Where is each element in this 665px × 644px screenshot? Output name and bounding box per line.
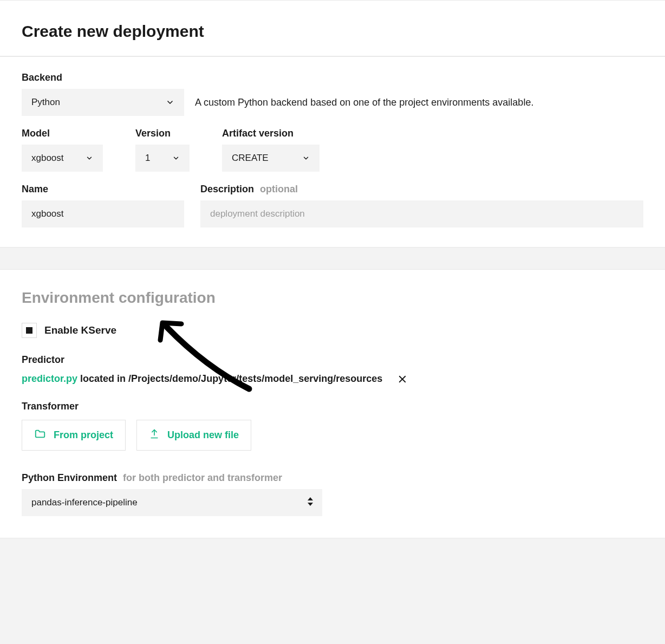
chevron-down-icon [302,154,310,162]
checkbox-mark-icon [26,327,32,334]
artifact-version-select[interactable]: CREATE [222,145,320,172]
from-project-button[interactable]: From project [22,420,126,451]
backend-value: Python [31,97,157,108]
transformer-label: Transformer [22,401,643,412]
environment-config-title: Environment configuration [22,289,643,307]
predictor-file-line: predictor.py located in /Projects/demo/J… [22,373,643,385]
python-env-select[interactable]: pandas-inference-pipeline [22,489,322,516]
deployment-form-panel: Backend Python A custom Python backend b… [0,56,665,248]
description-label: Description optional [200,184,643,195]
environment-config-panel: Environment configuration Enable KServe … [0,269,665,538]
enable-kserve-checkbox[interactable] [22,323,37,338]
model-label: Model [22,128,103,139]
python-env-helper-text: for both predictor and transformer [123,472,282,483]
header-panel: Create new deployment [0,0,665,56]
predictor-file-link[interactable]: predictor.py [22,373,77,384]
name-label: Name [22,184,184,195]
python-env-label: Python Environment for both predictor an… [22,472,643,484]
description-input[interactable] [200,200,643,227]
description-optional-text: optional [260,184,298,194]
page-title: Create new deployment [22,22,643,41]
enable-kserve-label: Enable KServe [44,324,116,336]
python-env-value: pandas-inference-pipeline [31,497,138,508]
folder-icon [34,428,46,443]
model-value: xgboost [31,153,77,164]
model-select[interactable]: xgboost [22,145,103,172]
from-project-label: From project [54,430,113,441]
description-label-text: Description [200,184,254,194]
upload-new-file-button[interactable]: Upload new file [136,420,251,451]
version-value: 1 [145,153,164,164]
predictor-located-text: located in [80,373,126,384]
version-label: Version [135,128,190,139]
backend-helper-text: A custom Python backend based on one of … [195,96,533,109]
chevron-down-icon [166,98,174,107]
artifact-version-label: Artifact version [222,128,320,139]
upload-new-file-label: Upload new file [167,430,239,441]
backend-select[interactable]: Python [22,89,184,116]
python-env-label-text: Python Environment [22,472,117,483]
upload-icon [149,428,160,442]
remove-predictor-button[interactable] [397,374,407,384]
chevron-down-icon [172,154,180,162]
predictor-label: Predictor [22,354,643,366]
artifact-version-value: CREATE [232,153,294,164]
predictor-path-text: /Projects/demo/Jupyter/tests/model_servi… [128,373,382,384]
name-input[interactable] [22,200,184,227]
backend-label: Backend [22,72,643,83]
version-select[interactable]: 1 [135,145,190,172]
chevron-down-icon [86,154,93,162]
